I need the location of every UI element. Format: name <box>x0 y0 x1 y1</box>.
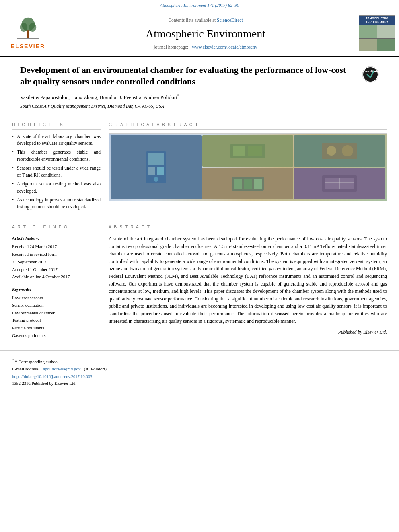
keyword-3: Environmental chamber <box>12 309 101 317</box>
graphical-abstract-heading: G R A P H I C A L A B S T R A C T <box>109 122 387 130</box>
svg-rect-10 <box>148 167 155 175</box>
svg-point-2 <box>29 23 36 31</box>
corresponding-label: * Corresponding author. <box>15 359 58 364</box>
ga-cell-2 <box>202 135 293 167</box>
highlights-column: H I G H L I G H T S A state-of-the-art l… <box>12 122 101 212</box>
article-title: Development of an environmental chamber … <box>20 64 358 87</box>
highlight-item-5: As technology improves a more standardiz… <box>12 197 101 211</box>
elsevier-wordmark: ELSEVIER <box>11 43 45 51</box>
svg-text:CrossMark: CrossMark <box>363 70 378 73</box>
svg-point-12 <box>154 177 158 182</box>
ga-image-grid <box>109 134 387 201</box>
journal-cover-block: ATMOSPHERIC ENVIRONMENT <box>355 14 399 53</box>
journal-title: Atmospheric Environment <box>146 26 265 41</box>
ga-equipment-icon-4 <box>230 175 266 193</box>
received-date: Received 24 March 2017 <box>12 243 101 251</box>
cover-image-grid <box>359 25 395 51</box>
keywords-heading: Keywords: <box>12 286 101 292</box>
ga-equipment-icon-3 <box>321 142 358 160</box>
highlights-ga-row: H I G H L I G H T S A state-of-the-art l… <box>12 116 387 218</box>
highlight-text-4: A rigorous sensor testing method was als… <box>17 181 101 193</box>
issn-text: 1352-2310/Published by Elsevier Ltd. <box>12 381 387 387</box>
svg-point-17 <box>327 146 336 156</box>
footer-section: * * Corresponding author. E-mail address… <box>0 350 399 390</box>
abstract-text: A state-of-the-art integrated chamber sy… <box>109 235 387 325</box>
article-info-abstract-section: A R T I C L E I N F O Article history: R… <box>0 218 399 350</box>
doi-link[interactable]: https://doi.org/10.1016/j.atmosenv.2017.… <box>12 374 387 380</box>
svg-rect-14 <box>233 146 245 156</box>
ga-equipment-icon-2 <box>230 142 266 160</box>
ga-equipment-icon-5 <box>321 175 358 193</box>
corresponding-author-marker: * <box>177 94 179 98</box>
cover-img-3 <box>359 39 377 51</box>
cover-img-4 <box>377 39 395 51</box>
keywords-block: Keywords: Low-cost sensors Sensor evalua… <box>12 286 101 339</box>
svg-point-1 <box>20 23 27 31</box>
keyword-2: Sensor evaluation <box>12 302 101 309</box>
contents-available-line: Contents lists available at ScienceDirec… <box>168 17 243 23</box>
svg-point-6 <box>363 67 378 82</box>
ga-equipment-icon <box>144 149 168 185</box>
journal-header: ELSEVIER Contents lists available at Sci… <box>0 10 399 57</box>
accepted-date: Accepted 1 October 2017 <box>12 266 101 273</box>
highlight-item-2: This chamber generates stable and reprod… <box>12 149 101 163</box>
article-affiliation: South Coast Air Quality Management Distr… <box>20 103 358 109</box>
authors-text: Vasileios Papapostolou, Hang Zhang, Bran… <box>20 94 177 100</box>
highlight-item-1: A state-of-the-art laboratory chamber wa… <box>12 133 101 147</box>
ga-cell-5 <box>294 168 385 199</box>
graphical-abstract-image <box>109 133 387 201</box>
published-by-line: Published by Elsevier Ltd. <box>109 329 387 335</box>
homepage-line: journal homepage: www.elsevier.com/locat… <box>154 44 257 50</box>
email-label: E-mail address: <box>12 366 40 371</box>
homepage-label: journal homepage: <box>154 45 188 49</box>
highlight-text-1: A state-of-the-art laboratory chamber wa… <box>17 134 101 146</box>
email-person: (A. Polidori). <box>84 366 108 371</box>
info-abstract-row: A R T I C L E I N F O Article history: R… <box>12 218 387 350</box>
sciencedirect-link[interactable]: ScienceDirect <box>217 18 243 23</box>
journal-cover-image: ATMOSPHERIC ENVIRONMENT <box>359 15 395 51</box>
abstract-column: A B S T R A C T A state-of-the-art integ… <box>109 224 387 345</box>
article-title-block: Development of an environmental chamber … <box>20 64 358 112</box>
keyword-5: Particle pollutants <box>12 324 101 332</box>
journal-header-center: Contents lists available at ScienceDirec… <box>56 14 355 53</box>
svg-rect-15 <box>248 146 262 156</box>
highlights-heading: H I G H L I G H T S <box>12 122 101 130</box>
crossmark-icon: CrossMark <box>362 66 379 83</box>
keyword-4: Testing protocol <box>12 316 101 324</box>
keyword-6: Gaseous pollutants <box>12 332 101 339</box>
svg-rect-11 <box>157 167 164 175</box>
cover-img-1 <box>359 25 377 38</box>
article-title-section: Development of an environmental chamber … <box>0 57 399 116</box>
article-info-column: A R T I C L E I N F O Article history: R… <box>12 224 101 345</box>
cover-title: ATMOSPHERIC ENVIRONMENT <box>359 16 395 25</box>
highlight-text-2: This chamber generates stable and reprod… <box>17 150 101 161</box>
svg-rect-22 <box>254 179 262 189</box>
article-history-block: Article history: Received 24 March 2017 … <box>12 235 101 281</box>
article-authors: Vasileios Papapostolou, Hang Zhang, Bran… <box>20 93 358 101</box>
keyword-1: Low-cost sensors <box>12 294 101 302</box>
cover-title-line1: ATMOSPHERIC <box>366 17 389 20</box>
journal-ref-text: Atmospheric Environment 171 (2017) 82–90 <box>160 3 239 8</box>
crossmark-block: CrossMark <box>362 64 379 85</box>
corresponding-author-note: * * Corresponding author. <box>12 357 387 365</box>
ga-cell-1 <box>111 135 202 199</box>
ga-cell-3 <box>294 135 385 167</box>
highlight-item-4: A rigorous sensor testing method was als… <box>12 181 101 195</box>
graphical-abstract-column: G R A P H I C A L A B S T R A C T <box>109 122 387 212</box>
homepage-link[interactable]: www.elsevier.com/locate/atmosenv <box>192 45 257 49</box>
available-date: Available online 4 October 2017 <box>12 273 101 281</box>
ga-cell-4 <box>202 168 293 199</box>
elsevier-tree-icon <box>12 17 44 41</box>
keywords-list: Low-cost sensors Sensor evaluation Envir… <box>12 294 101 339</box>
highlight-text-3: Sensors should be tested under a wide ra… <box>17 166 101 177</box>
article-info-heading: A R T I C L E I N F O <box>12 224 101 232</box>
highlights-graphical-section: H I G H L I G H T S A state-of-the-art l… <box>0 116 399 218</box>
svg-point-18 <box>342 145 353 156</box>
cover-img-2 <box>377 25 395 38</box>
email-note: E-mail address: apolidori@aqmd.gov (A. P… <box>12 366 387 373</box>
highlight-item-3: Sensors should be tested under a wide ra… <box>12 165 101 179</box>
svg-rect-21 <box>244 179 252 189</box>
contents-label: Contents lists available at <box>168 18 216 23</box>
email-link[interactable]: apolidori@aqmd.gov <box>43 366 81 371</box>
elsevier-logo-block: ELSEVIER <box>0 14 56 53</box>
